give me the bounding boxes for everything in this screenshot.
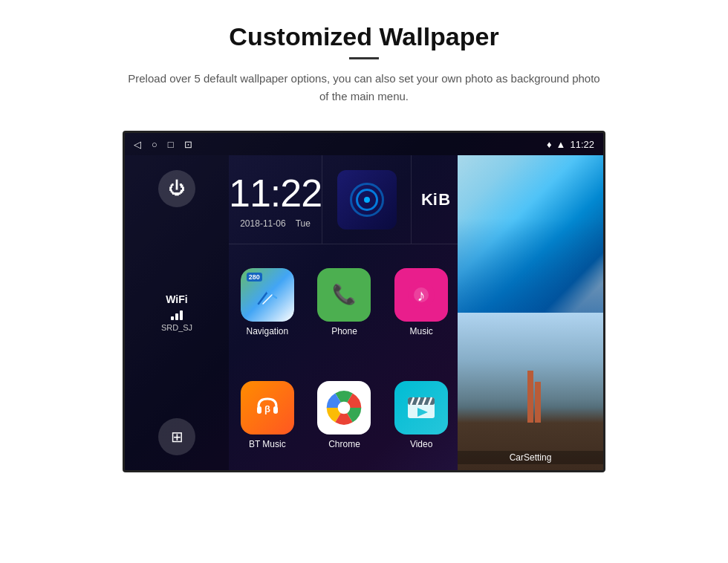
power-icon: ⏻ [169, 179, 185, 198]
bridge-scene-image [458, 313, 603, 470]
chrome-logo-icon [325, 389, 363, 426]
page-subtitle: Preload over 5 default wallpaper options… [126, 70, 602, 105]
svg-rect-9 [273, 406, 278, 414]
back-nav-icon[interactable]: ◁ [134, 139, 141, 150]
wifi-label: WiFi [161, 293, 192, 305]
app-item-chrome[interactable]: Chrome [306, 357, 383, 470]
navigation-map: 280 [241, 268, 294, 322]
wifi-section: WiFi SRD_SJ [161, 293, 192, 332]
svg-line-0 [259, 292, 267, 304]
svg-text:📞: 📞 [332, 282, 357, 306]
wifi-ssid: SRD_SJ [161, 323, 192, 332]
next-track-button[interactable]: B [438, 190, 450, 209]
apps-grid-icon: ⊞ [171, 428, 183, 446]
svg-rect-8 [257, 406, 261, 414]
wallpaper-ice-cave[interactable] [458, 155, 603, 313]
android-screen: ◁ ○ □ ⊡ ♦ ▲ 11:22 ⏻ [123, 131, 605, 472]
app-item-navigation[interactable]: 280 Navigation [229, 244, 306, 357]
app-item-phone[interactable]: 📞 Phone [306, 244, 383, 357]
status-right: ♦ ▲ 11:22 [547, 139, 594, 150]
app-grid: 280 Navigation [229, 244, 460, 470]
screenshot-nav-icon[interactable]: ⊡ [184, 139, 192, 150]
top-row: 11:22 2018-11-06 Tue [229, 155, 460, 244]
clock-date: 2018-11-06 Tue [240, 218, 311, 229]
page-container: Customized Wallpaper Preload over 5 defa… [0, 0, 728, 563]
btmusic-icon: β [241, 381, 294, 435]
wifi-bar-3 [180, 310, 183, 320]
navigation-icon: 280 [241, 268, 294, 322]
bridge-tower-right [535, 382, 541, 423]
navigation-badge: 280 [247, 273, 262, 282]
page-title: Customized Wallpaper [126, 22, 602, 51]
screen-content: 11:22 2018-11-06 Tue [229, 155, 460, 470]
status-bar: ◁ ○ □ ⊡ ♦ ▲ 11:22 [125, 133, 603, 155]
app-item-video[interactable]: Video [383, 357, 460, 470]
wifi-bar-2 [175, 313, 178, 320]
radio-icon-box [337, 170, 397, 230]
video-clapper-icon [405, 391, 438, 424]
chrome-icon [317, 381, 371, 435]
clock-time: 11:22 [229, 171, 322, 215]
music-note-icon: ♪ [405, 279, 438, 311]
time-widget: 11:22 2018-11-06 Tue [229, 155, 322, 244]
bluetooth-headphones-icon: β [251, 391, 284, 424]
svg-text:β: β [264, 403, 270, 414]
wifi-signal-icon: ▲ [556, 139, 566, 150]
radio-center-dot [364, 197, 370, 203]
power-button[interactable]: ⏻ [158, 170, 195, 207]
radio-signal-icon [351, 183, 383, 216]
chrome-label: Chrome [328, 439, 360, 449]
wallpaper-carsetting[interactable]: CarSetting [458, 313, 603, 470]
music-icon: ♪ [394, 268, 448, 322]
status-left: ◁ ○ □ ⊡ [134, 139, 192, 150]
map-roads-icon [256, 283, 279, 307]
video-icon [394, 381, 448, 435]
media-controls: Ki B [412, 155, 460, 244]
status-time: 11:22 [570, 139, 594, 150]
btmusic-label: BT Music [249, 439, 286, 449]
radio-widget[interactable] [322, 155, 412, 244]
phone-handset-icon: 📞 [329, 280, 359, 310]
svg-text:♪: ♪ [417, 286, 426, 305]
bridge-tower-left [527, 371, 533, 423]
ice-cave-image [458, 155, 603, 313]
phone-label: Phone [331, 326, 357, 336]
phone-icon: 📞 [317, 268, 371, 322]
carsetting-label: CarSetting [458, 451, 603, 464]
svg-point-12 [338, 402, 351, 414]
app-item-music[interactable]: ♪ Music [383, 244, 460, 357]
title-divider [349, 57, 379, 59]
home-nav-icon[interactable]: ○ [152, 139, 157, 150]
wallpaper-column: CarSetting [458, 155, 603, 470]
recent-nav-icon[interactable]: □ [168, 139, 174, 150]
prev-track-button[interactable]: Ki [421, 190, 438, 209]
title-section: Customized Wallpaper Preload over 5 defa… [126, 22, 602, 105]
navigation-label: Navigation [246, 326, 288, 336]
location-icon: ♦ [547, 139, 552, 150]
left-sidebar: ⏻ WiFi SRD_SJ ⊞ [125, 155, 229, 470]
wifi-bar-1 [171, 316, 174, 320]
music-label: Music [409, 326, 432, 336]
video-label: Video [410, 439, 432, 449]
app-item-btmusic[interactable]: β BT Music [229, 357, 306, 470]
apps-button[interactable]: ⊞ [158, 418, 195, 455]
device-area: ◁ ○ □ ⊡ ♦ ▲ 11:22 ⏻ [123, 131, 605, 472]
wifi-bars [161, 308, 192, 320]
screen-body: ⏻ WiFi SRD_SJ ⊞ [125, 155, 603, 470]
